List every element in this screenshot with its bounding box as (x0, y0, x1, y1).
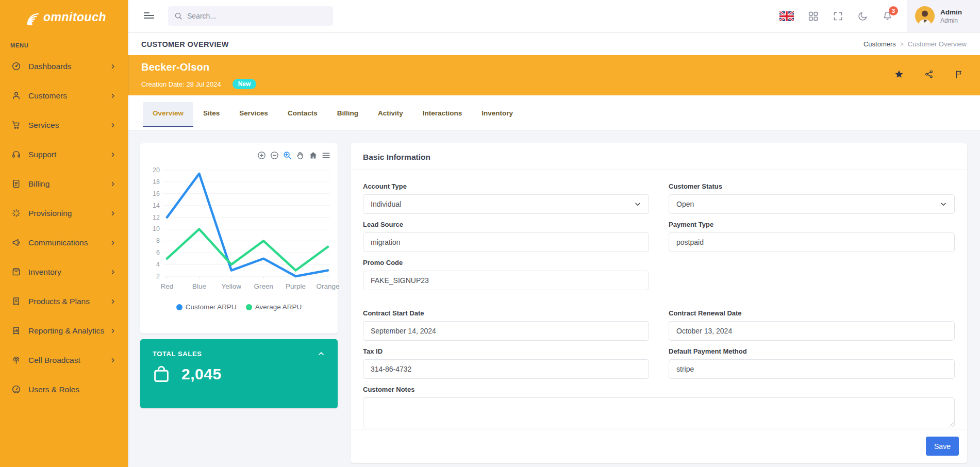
sidebar-item-inventory[interactable]: Inventory (0, 257, 128, 287)
gauge-icon (11, 385, 21, 394)
contract-renewal-date-field: Contract Renewal Date (669, 309, 955, 341)
sidebar-item-cell-broadcast[interactable]: Cell Broadcast (0, 345, 128, 375)
sidebar-item-label: Communications (28, 238, 109, 247)
banner-subline: Creation Date: 28 Jul 2024 New (141, 79, 967, 89)
svg-text:8: 8 (156, 237, 160, 244)
uk-flag-icon (779, 11, 794, 21)
customer-status-select[interactable]: Open (669, 194, 955, 214)
sidebar-item-support[interactable]: Support (0, 140, 128, 169)
sidebar-item-label: Provisioning (28, 209, 109, 218)
tab-overview[interactable]: Overview (143, 102, 193, 126)
arpu-chart-card: 2468101214161820RedBlueYellowGreenPurple… (140, 143, 338, 333)
contract-start-date-field: Contract Start Date (363, 309, 649, 341)
svg-text:Green: Green (254, 282, 273, 290)
fullscreen-button[interactable] (833, 11, 843, 22)
search-icon (174, 12, 182, 20)
user-menu[interactable]: Admin Admin (907, 0, 980, 32)
favorite-star-button[interactable] (894, 70, 904, 80)
legend-marker (176, 304, 182, 310)
topbar: 3 Admin Admin (128, 0, 980, 32)
customer-status-value: Open (676, 200, 940, 208)
sidebar-item-provisioning[interactable]: Provisioning (0, 198, 128, 228)
chart-menu-button[interactable] (322, 151, 330, 160)
box-icon (11, 267, 21, 277)
sidebar-item-products-plans[interactable]: Products & Plans (0, 287, 128, 316)
lead-source-input[interactable] (363, 232, 649, 252)
moon-icon (857, 11, 868, 22)
brand-signal-icon (22, 6, 42, 28)
zoom-in-icon (257, 151, 266, 160)
language-flag-button[interactable] (779, 11, 794, 21)
sidebar-item-billing[interactable]: Billing (0, 169, 128, 198)
legend-item[interactable]: Customer ARPU (176, 303, 237, 311)
banner-actions (894, 70, 964, 80)
customer-name: Becker-Olson (141, 61, 967, 73)
tax-id-input[interactable] (363, 359, 649, 379)
tab-services[interactable]: Services (229, 102, 278, 126)
legend-label: Average ARPU (255, 303, 302, 311)
sidebar-item-label: Cell Broadcast (28, 356, 109, 365)
account-type-select[interactable]: Individual (363, 194, 649, 214)
tab-interactions[interactable]: Interactions (413, 102, 472, 126)
app-root: omnitouch MENU Dashboards Customers Serv… (0, 0, 980, 467)
chart-zoom-out-button[interactable] (270, 151, 279, 160)
payment-type-input[interactable] (669, 232, 955, 252)
chevron-right-icon (109, 357, 117, 364)
breadcrumb-link-customers[interactable]: Customers (863, 40, 896, 48)
chevron-right-icon (109, 239, 117, 246)
home-icon (309, 151, 318, 160)
notifications-button[interactable]: 3 (882, 10, 893, 22)
sidebar-item-label: Services (28, 121, 109, 130)
chart-toolbar (147, 149, 330, 161)
sidebar-item-services[interactable]: Services (0, 110, 128, 140)
contract-renewal-date-input[interactable] (669, 321, 955, 341)
sidebar-item-reporting-analytics[interactable]: Reporting & Analytics (0, 316, 128, 345)
tab-inventory[interactable]: Inventory (472, 102, 523, 126)
promo-code-label: Promo Code (363, 259, 649, 266)
chart-pan-button[interactable] (296, 151, 305, 160)
sidebar: omnitouch MENU Dashboards Customers Serv… (0, 0, 128, 467)
chart-zoom-in-button[interactable] (257, 151, 266, 160)
svg-text:6: 6 (156, 249, 160, 256)
form-footer: Save (351, 429, 967, 463)
sidebar-item-label: Dashboards (28, 62, 109, 71)
sidebar-item-dashboards[interactable]: Dashboards (0, 52, 128, 81)
legend-marker (246, 304, 252, 310)
sidebar-item-communications[interactable]: Communications (0, 228, 128, 257)
total-sales-card: TOTAL SALES 2,045 (140, 339, 338, 408)
account-type-label: Account Type (363, 182, 649, 190)
cart-icon (11, 120, 21, 130)
share-button[interactable] (924, 70, 934, 80)
chevron-right-icon (109, 298, 117, 305)
fullscreen-icon (833, 11, 843, 22)
flag-button[interactable] (954, 70, 964, 80)
default-payment-method-input[interactable] (669, 359, 955, 379)
dark-mode-button[interactable] (857, 11, 868, 22)
svg-text:2: 2 (156, 273, 160, 280)
page-title: CUSTOMER OVERVIEW (141, 40, 229, 48)
chart-reset-button[interactable] (309, 151, 318, 160)
breadcrumb-separator: > (900, 41, 904, 48)
sidebar-item-customers[interactable]: Customers (0, 81, 128, 110)
tab-contacts[interactable]: Contacts (278, 102, 327, 126)
save-button[interactable]: Save (926, 437, 959, 456)
chevron-down-icon (634, 201, 641, 208)
collapse-sales-button[interactable] (317, 349, 325, 358)
promo-code-input[interactable] (363, 271, 649, 290)
brand-logo[interactable]: omnitouch (0, 0, 128, 34)
apps-grid-button[interactable] (808, 11, 819, 22)
ticket-icon (11, 296, 21, 306)
basic-information-card: Basic Information Account Type Individua… (351, 143, 967, 463)
legend-item[interactable]: Average ARPU (246, 303, 302, 311)
sidebar-item-users-roles[interactable]: Users & Roles (0, 375, 128, 404)
tab-billing[interactable]: Billing (327, 102, 368, 126)
tab-sites[interactable]: Sites (193, 102, 229, 126)
menu-toggle-button[interactable] (143, 10, 155, 22)
tab-activity[interactable]: Activity (368, 102, 413, 126)
customer-notes-textarea[interactable] (363, 397, 955, 427)
contract-start-date-input[interactable] (363, 321, 649, 341)
chart-selection-zoom-button[interactable] (283, 151, 292, 160)
search-input[interactable] (187, 12, 321, 20)
customer-tabs: Overview Sites Services Contacts Billing… (128, 95, 980, 130)
arpu-line-chart[interactable]: 2468101214161820RedBlueYellowGreenPurple… (147, 162, 330, 300)
